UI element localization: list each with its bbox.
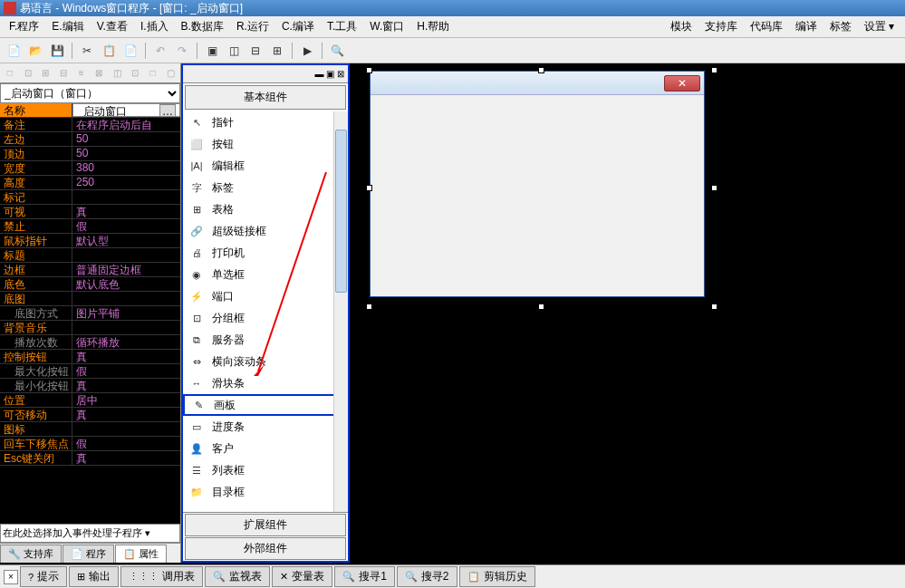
prop-value[interactable]: 真 — [72, 350, 180, 363]
prop-value[interactable]: _启动窗口… — [72, 103, 180, 117]
extend-components[interactable]: 扩展组件 — [185, 514, 346, 536]
lt-btn2[interactable]: ⊡ — [20, 65, 36, 82]
prop-value[interactable] — [72, 248, 180, 262]
form-designer[interactable]: ✕ — [370, 71, 714, 306]
cut-button[interactable]: ✂ — [77, 41, 97, 61]
prop-value[interactable]: 真 — [72, 379, 180, 392]
undo-button[interactable]: ↶ — [150, 41, 170, 61]
prop-value[interactable]: 真 — [72, 408, 180, 421]
menu-tools[interactable]: T.工具 — [322, 17, 362, 36]
menu-support[interactable]: 支持库 — [699, 17, 743, 36]
component-item[interactable]: 👤客户 — [183, 438, 348, 459]
prop-value[interactable] — [72, 321, 180, 334]
layout4-button[interactable]: ⊞ — [267, 41, 287, 61]
tab-search2[interactable]: 🔍搜寻2 — [397, 566, 457, 587]
external-components[interactable]: 外部组件 — [185, 537, 346, 560]
prop-row[interactable]: 底图方式图片平铺 — [0, 306, 180, 321]
object-select[interactable]: _启动窗口（窗口） — [1, 86, 179, 101]
design-canvas[interactable]: ✕ — [350, 63, 905, 563]
lt-btn1[interactable]: □ — [2, 65, 18, 82]
prop-value[interactable]: 普通固定边框 — [72, 263, 180, 276]
new-button[interactable]: 📄 — [4, 41, 24, 61]
prop-value[interactable]: 真 — [72, 451, 180, 465]
lt-btn4[interactable]: ⊟ — [55, 65, 72, 82]
resize-handle-bl[interactable] — [366, 304, 372, 310]
component-item[interactable]: ◉单选框 — [183, 264, 348, 285]
prop-row[interactable]: 高度250 — [0, 176, 180, 190]
resize-handle-br[interactable] — [711, 304, 717, 310]
prop-value[interactable]: 循环播放 — [72, 335, 180, 349]
component-item[interactable]: ✎画板 — [183, 394, 348, 416]
form-window[interactable]: ✕ — [370, 71, 705, 297]
component-item[interactable]: ↖指针 — [183, 111, 348, 133]
tab-search1[interactable]: 🔍搜寻1 — [334, 566, 395, 587]
component-item[interactable]: ⊡分组框 — [183, 307, 348, 329]
layout2-button[interactable]: ◫ — [224, 41, 244, 61]
menu-run[interactable]: R.运行 — [231, 17, 274, 36]
menu-program[interactable]: F.程序 — [4, 17, 44, 36]
open-button[interactable]: 📂 — [25, 41, 45, 61]
lt-btn7[interactable]: ◫ — [109, 65, 125, 82]
component-item[interactable]: ↔滑块条 — [183, 372, 348, 394]
component-item[interactable]: ⊞表格 — [183, 198, 348, 220]
menu-insert[interactable]: I.插入 — [135, 17, 174, 36]
component-item[interactable]: ⚡端口 — [183, 285, 348, 307]
search-button[interactable]: 🔍 — [327, 41, 347, 61]
component-item[interactable]: 🖨打印机 — [183, 242, 348, 264]
prop-row[interactable]: 背景音乐 — [0, 321, 180, 335]
prop-row[interactable]: 底色默认底色 — [0, 277, 180, 292]
lt-btn3[interactable]: ⊞ — [37, 65, 53, 82]
prop-more-button[interactable]: … — [159, 104, 176, 117]
component-list[interactable]: ↖指针⬜按钮|A|编辑框字标签⊞表格🔗超级链接框🖨打印机◉单选框⚡端口⊡分组框⧉… — [183, 111, 348, 512]
component-item[interactable]: |A|编辑框 — [183, 155, 348, 177]
component-item[interactable]: ▭进度条 — [183, 416, 348, 438]
prop-row[interactable]: 可否移动真 — [0, 408, 180, 422]
save-button[interactable]: 💾 — [47, 41, 67, 61]
menu-build[interactable]: 编译 — [790, 17, 823, 36]
tab-properties[interactable]: 📋 属性 — [115, 545, 167, 563]
menu-help[interactable]: H.帮助 — [411, 17, 455, 36]
event-hint[interactable]: 在此处选择加入事件处理子程序 ▾ — [0, 524, 180, 543]
prop-value[interactable]: 图片平铺 — [72, 306, 180, 320]
menu-database[interactable]: B.数据库 — [176, 17, 229, 36]
prop-row[interactable]: 控制按钮真 — [0, 350, 180, 364]
prop-value[interactable]: 380 — [72, 161, 180, 175]
resize-handle-mr[interactable] — [711, 185, 717, 191]
lt-btn5[interactable]: ≡ — [73, 65, 90, 82]
menu-codelib[interactable]: 代码库 — [745, 17, 788, 36]
prop-row[interactable]: 位置居中 — [0, 393, 180, 408]
tab-support[interactable]: 🔧 支持库 — [0, 545, 62, 563]
paste-button[interactable]: 📄 — [120, 41, 140, 61]
prop-row[interactable]: 备注在程序启动后自 — [0, 118, 180, 132]
component-scrollbar[interactable] — [333, 111, 348, 512]
lt-btn9[interactable]: □ — [145, 65, 161, 82]
prop-value[interactable]: 250 — [72, 176, 180, 189]
prop-value[interactable] — [72, 422, 180, 436]
prop-row[interactable]: 底图 — [0, 292, 180, 306]
prop-value[interactable]: 在程序启动后自 — [72, 118, 180, 131]
resize-handle-ml[interactable] — [366, 185, 372, 191]
layout1-button[interactable]: ▣ — [202, 41, 222, 61]
component-item[interactable]: ⬜按钮 — [183, 133, 348, 155]
menu-module[interactable]: 模块 — [665, 17, 698, 36]
prop-value[interactable]: 50 — [72, 132, 180, 146]
form-close-button[interactable]: ✕ — [664, 75, 700, 92]
resize-handle-tl[interactable] — [366, 67, 372, 73]
prop-value[interactable]: 50 — [72, 147, 180, 160]
tab-calltable[interactable]: ⋮⋮⋮调用表 — [120, 566, 203, 587]
prop-row[interactable]: 最小化按钮真 — [0, 379, 180, 393]
component-item[interactable]: ☰列表框 — [183, 459, 348, 481]
prop-value[interactable]: 默认底色 — [72, 277, 180, 291]
prop-row[interactable]: 可视真 — [0, 205, 180, 219]
menu-window[interactable]: W.窗口 — [364, 17, 409, 36]
prop-value[interactable]: 假 — [72, 219, 180, 233]
tab-program[interactable]: 📄 程序 — [63, 545, 114, 563]
prop-row[interactable]: 左边50 — [0, 132, 180, 147]
resize-handle-bc[interactable] — [538, 304, 544, 310]
prop-row[interactable]: 标题 — [0, 248, 180, 263]
prop-row[interactable]: 图标 — [0, 422, 180, 437]
resize-handle-tr[interactable] — [711, 67, 717, 73]
layout3-button[interactable]: ⊟ — [246, 41, 265, 61]
prop-row[interactable]: 播放次数循环播放 — [0, 335, 180, 350]
tab-hint[interactable]: ?提示 — [20, 566, 67, 587]
